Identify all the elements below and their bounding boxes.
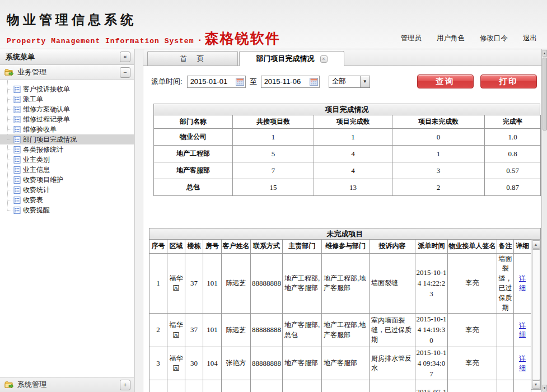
cell-area: 福华园 bbox=[167, 347, 185, 380]
cell-remark bbox=[497, 347, 514, 380]
tab-close-button[interactable]: × bbox=[320, 55, 328, 63]
form-icon bbox=[13, 197, 21, 204]
sidebar-item-dept-project-completion[interactable]: 部门项目完成情况 bbox=[0, 134, 134, 144]
scrollbar-thumb[interactable] bbox=[532, 249, 540, 380]
sidebar-item-repair-statistics[interactable]: 各类报修统计 bbox=[0, 144, 134, 155]
chevron-down-icon[interactable]: ▼ bbox=[360, 76, 370, 87]
tab-home-label: 首 页 bbox=[180, 54, 205, 64]
date-from-input[interactable]: 2015-01-01 bbox=[187, 76, 246, 88]
section-system-management[interactable]: 系统管理 + bbox=[0, 377, 134, 392]
cell-signature: 李亮 bbox=[448, 347, 497, 380]
sidebar-item-label: 部门项目完成情况 bbox=[23, 135, 77, 144]
col-completion-rate: 完成率 bbox=[485, 115, 541, 129]
pending-table-title: 未完成项目 bbox=[149, 228, 541, 239]
sidebar-item-owner-category[interactable]: 业主类别 bbox=[0, 155, 134, 165]
col-complaint: 投诉内容 bbox=[370, 240, 415, 254]
cell-dispatch-time: 2015-10-14 14:19:30 bbox=[415, 314, 448, 347]
pending-table: 序号 区域 楼栋 房号 客户姓名 联系方式 主责部门 维修参与部门 投诉内容 bbox=[149, 239, 531, 392]
col-contact: 联系方式 bbox=[251, 240, 283, 254]
cell-room: 104 bbox=[203, 347, 222, 380]
table-row: 4 福华园 38 602 王海涛 88888888 总包 地产客服部 客厅顶部渗… bbox=[149, 380, 531, 392]
main-panel: 首 页 部门项目完成情况 × 派单时间: 2015-01-01 bbox=[143, 49, 541, 392]
table-row: 2 福华园 37 101 陈远芝 88888888 地产客服部,总包 地产工程部… bbox=[149, 314, 531, 347]
sidebar-item-label: 维修验收单 bbox=[23, 125, 57, 134]
col-remark: 备注 bbox=[497, 240, 514, 254]
sidebar-item-customer-complaint-form[interactable]: 客户投诉接收单 bbox=[0, 84, 134, 94]
calendar-icon[interactable] bbox=[310, 78, 318, 86]
scroll-down-icon[interactable]: ▼ bbox=[532, 380, 540, 389]
form-icon bbox=[13, 96, 21, 103]
cell-total: 1 bbox=[233, 129, 314, 146]
cell-remark bbox=[497, 314, 514, 347]
admin-link[interactable]: 管理员 bbox=[401, 34, 422, 43]
tab-dept-project-completion[interactable]: 部门项目完成情况 × bbox=[239, 51, 344, 66]
page-scrollbar-thumb[interactable] bbox=[543, 58, 547, 130]
page-scroll-down-icon[interactable]: ▼ bbox=[543, 385, 547, 391]
sidebar-item-repair-acceptance[interactable]: 维修验收单 bbox=[0, 124, 134, 134]
cell-uncompleted: 3 bbox=[392, 162, 485, 179]
sidebar-item-repair-plan-confirmation[interactable]: 维修方案确认单 bbox=[0, 104, 134, 114]
cell-area: 福华园 bbox=[167, 314, 185, 347]
sidebar-item-fee-reminder[interactable]: 收费提醒 bbox=[0, 205, 134, 215]
form-icon bbox=[13, 207, 21, 214]
table-row: 物业公司 1 1 0 1.0 bbox=[154, 129, 541, 146]
cell-contact: 88888888 bbox=[251, 254, 283, 314]
sidebar-item-fee-item-maintenance[interactable]: 收费项目维护 bbox=[0, 175, 134, 185]
sidebar-item-fee-statistics[interactable]: 收费统计 bbox=[0, 185, 134, 195]
close-icon: × bbox=[322, 56, 325, 62]
detail-link[interactable]: 详细 bbox=[519, 274, 526, 293]
category-select[interactable]: 全部 ▼ bbox=[329, 76, 370, 88]
cell-area: 福华园 bbox=[167, 254, 185, 314]
sidebar-item-label: 收费项目维护 bbox=[23, 175, 63, 185]
detail-link[interactable]: 详细 bbox=[519, 321, 526, 340]
col-total-projects: 共接项目数 bbox=[233, 115, 314, 129]
sidebar-title: 系统菜单 bbox=[6, 52, 35, 62]
sidebar-item-fee-table[interactable]: 收费表 bbox=[0, 195, 134, 205]
section-business-toggle-button[interactable]: − bbox=[120, 67, 130, 78]
folder-icon bbox=[4, 68, 14, 76]
sidebar-item-repair-process-record[interactable]: 维修过程记录单 bbox=[0, 114, 134, 124]
table-row: 3 福华园 30 104 张艳方 88888888 地产客服部 地产客服部 厨房… bbox=[149, 347, 531, 380]
date-to-input[interactable]: 2015-11-06 bbox=[261, 76, 320, 88]
cell-dept: 地产工程部 bbox=[154, 146, 233, 162]
cell-complaint: 厨房排水管反水 bbox=[370, 347, 415, 380]
logout-link[interactable]: 退出 bbox=[523, 34, 537, 43]
cell-main-dept: 总包 bbox=[283, 380, 322, 392]
filter-row: 派单时间: 2015-01-01 至 2015-11-06 bbox=[151, 74, 538, 88]
sidebar-item-label: 派工单 bbox=[23, 95, 43, 104]
cell-complaint: 客厅顶部渗水 bbox=[370, 380, 415, 392]
sidebar-item-owner-info[interactable]: 业主信息 bbox=[0, 165, 134, 175]
sidebar-collapse-button[interactable]: « bbox=[120, 52, 130, 62]
cell-uncompleted: 1 bbox=[392, 146, 485, 162]
cell-main-dept: 地产工程部,地产客服部 bbox=[283, 254, 322, 314]
cell-total: 15 bbox=[233, 179, 314, 196]
col-building: 楼栋 bbox=[185, 240, 203, 254]
panel-splitter[interactable] bbox=[134, 49, 143, 392]
change-password-link[interactable]: 修改口令 bbox=[480, 34, 508, 43]
page-scroll-up-icon[interactable]: ▲ bbox=[543, 50, 547, 57]
user-role-link[interactable]: 用户角色 bbox=[437, 34, 465, 43]
detail-link[interactable]: 详细 bbox=[519, 354, 526, 373]
col-participating-dept: 维修参与部门 bbox=[322, 240, 370, 254]
sidebar-item-label: 业主类别 bbox=[23, 155, 50, 165]
table-row: 地产客服部 7 4 3 0.57 bbox=[154, 162, 541, 179]
calendar-icon[interactable] bbox=[236, 78, 244, 86]
sidebar-item-label: 收费表 bbox=[23, 195, 43, 205]
sidebar-item-work-order[interactable]: 派工单 bbox=[0, 94, 134, 104]
table-scrollbar[interactable]: ▲ ▼ bbox=[531, 239, 541, 390]
scroll-up-icon[interactable]: ▲ bbox=[532, 240, 540, 249]
tab-home[interactable]: 首 页 bbox=[147, 51, 238, 66]
section-system-label: 系统管理 bbox=[17, 380, 46, 390]
cell-contact: 88888888 bbox=[251, 380, 283, 392]
query-button[interactable]: 查询 bbox=[417, 74, 474, 88]
section-system-toggle-button[interactable]: + bbox=[120, 380, 130, 390]
section-business-management[interactable]: 业务管理 − bbox=[0, 65, 134, 80]
title-separator-dot: · bbox=[198, 35, 201, 45]
print-button[interactable]: 打印 bbox=[480, 74, 537, 88]
summary-table-section: 项目完成情况 部门名称 共接项目数 项目完成数 项目未完成数 完成率 bbox=[153, 104, 540, 196]
page-scrollbar[interactable]: ▲ ▼ bbox=[541, 49, 547, 392]
summary-header-row: 部门名称 共接项目数 项目完成数 项目未完成数 完成率 bbox=[154, 115, 541, 129]
to-label: 至 bbox=[250, 77, 257, 87]
app-title-en: Property Management Information System bbox=[7, 37, 194, 45]
cell-completed: 13 bbox=[314, 179, 392, 196]
